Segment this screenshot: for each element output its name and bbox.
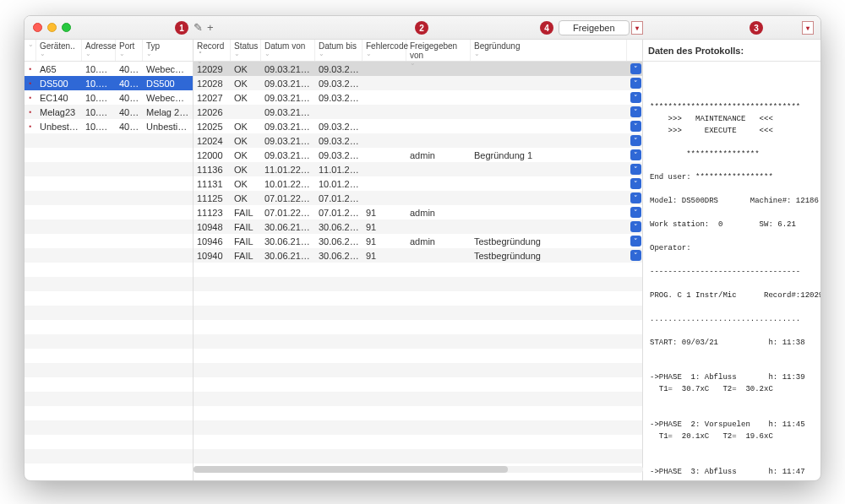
empty-row (25, 234, 193, 248)
col-errorcode[interactable]: Fehlercode⌄ (363, 40, 406, 61)
record-expand[interactable]: ˅ (627, 221, 642, 233)
release-button[interactable]: Freigeben (559, 20, 630, 35)
record-row[interactable]: 12024OK09.03.21, 1...09.03.21...˅ (194, 133, 642, 148)
record-expand[interactable]: ˅ (627, 121, 642, 133)
chevron-down-icon[interactable]: ˅ (630, 250, 641, 261)
record-row[interactable]: 10940FAIL30.06.21, 1...30.06.21...91Test… (194, 248, 642, 263)
pdf-export-icon[interactable]: ▾ (631, 21, 643, 35)
device-port: 4001 (116, 79, 143, 89)
record-released-by: admin (406, 236, 471, 247)
record-expand[interactable]: ˅ (627, 250, 642, 262)
record-row[interactable]: 10948FAIL30.06.21, 1...30.06.21...91˅ (194, 219, 642, 234)
chevron-down-icon[interactable]: ˅ (630, 92, 641, 103)
record-expand[interactable]: ˅ (627, 78, 642, 89)
record-row[interactable]: 11136OK11.01.22, 17...11.01.22,...˅ (194, 162, 642, 176)
chevron-down-icon[interactable]: ˅ (630, 236, 641, 247)
col-address[interactable]: Adresse⌄ (82, 40, 116, 61)
device-address: 10.10... (82, 79, 116, 89)
col-status[interactable]: Status⌄ (231, 40, 261, 61)
pdf-export-icon-right[interactable]: ▾ (802, 21, 814, 35)
record-expand[interactable]: ˅ (627, 63, 642, 75)
record-row[interactable]: 1202609.03.21, 1...˅ (194, 105, 642, 119)
record-row[interactable]: 11125OK07.01.22, 1...07.01.22...˅ (194, 191, 642, 205)
device-row[interactable]: ▪Melag2310.10...4005Melag 23/24 (25, 105, 193, 119)
chevron-down-icon[interactable]: ˅ (630, 149, 641, 160)
record-status: FAIL (231, 222, 261, 232)
record-row[interactable]: 10946FAIL30.06.21, 1...30.06.21...91admi… (194, 234, 642, 248)
minimize-icon[interactable] (47, 23, 57, 32)
col-record[interactable]: Record˅⌄ (194, 40, 231, 61)
titlebar: 1 ✎ + 2 4 Freigeben ▾ 3 ▾ (25, 16, 820, 40)
record-row[interactable]: 12028OK09.03.21, 1...09.03.21...˅ (194, 76, 642, 90)
record-date-to: 07.01.22... (315, 208, 363, 218)
close-icon[interactable] (33, 23, 42, 32)
device-row[interactable]: ▪Unbesti...10.10...4006Unbestimmt (25, 119, 193, 133)
record-expand[interactable]: ˅ (627, 207, 642, 219)
record-expand[interactable]: ˅ (627, 92, 642, 104)
device-name: EC140 (36, 93, 82, 103)
col-device[interactable]: Geräten..⌄ (36, 40, 82, 61)
record-expand[interactable]: ˅ (627, 164, 642, 176)
device-list[interactable]: ▪A6510.10...4004Webeco A65▪DS50010.10...… (25, 62, 193, 480)
record-id: 12029 (194, 64, 231, 74)
chevron-down-icon[interactable]: ˅ (630, 63, 641, 74)
chevron-down-icon[interactable]: ˅ (630, 178, 641, 189)
record-row[interactable]: 12027OK09.03.21, 1...09.03.21...˅ (194, 90, 642, 105)
edit-icon[interactable]: ✎ (194, 21, 203, 34)
record-expand[interactable]: ˅ (627, 149, 642, 161)
device-status-icon: ▪ (25, 94, 36, 101)
record-expand[interactable]: ˅ (627, 192, 642, 204)
empty-row (194, 291, 642, 306)
record-expand[interactable]: ˅ (627, 236, 642, 247)
record-row[interactable]: 11131OK10.01.22, 1...10.01.22...˅ (194, 176, 642, 191)
record-row[interactable]: 12000OK09.03.21, 1...09.03.21...adminBeg… (194, 148, 642, 162)
chevron-down-icon[interactable]: ˅ (630, 192, 641, 203)
record-id: 12025 (194, 122, 231, 132)
record-id: 12027 (194, 93, 231, 103)
device-row[interactable]: ▪DS50010.10...4001DS500 (25, 76, 193, 90)
record-date-from: 09.03.21, 1... (261, 64, 315, 74)
col-type[interactable]: Typ⌄ (143, 40, 193, 61)
protocol-text[interactable]: ********************************* >>> MA… (643, 62, 820, 480)
device-row[interactable]: ▪A6510.10...4004Webeco A65 (25, 62, 193, 76)
chevron-down-icon[interactable]: ˅ (630, 78, 641, 89)
col-port[interactable]: Port⌄ (116, 40, 143, 61)
record-expand[interactable]: ˅ (627, 178, 642, 190)
horizontal-scrollbar[interactable] (194, 465, 643, 474)
chevron-down-icon[interactable]: ˅ (630, 164, 641, 175)
empty-row (194, 420, 642, 435)
col-date-from[interactable]: Datum von⌄ (261, 40, 315, 61)
record-row[interactable]: 11123FAIL07.01.22, 1...07.01.22...91admi… (194, 205, 642, 219)
record-id: 10946 (194, 236, 231, 247)
col-released-by[interactable]: Freigegeben von⌄ (406, 40, 471, 61)
record-id: 12024 (194, 136, 231, 146)
record-date-to: 09.03.21... (315, 122, 363, 132)
empty-row (194, 263, 642, 277)
zoom-icon[interactable] (62, 23, 71, 32)
device-type: Melag 23/24 (143, 107, 193, 117)
chevron-down-icon[interactable]: ˅ (630, 221, 641, 232)
chevron-down-icon[interactable]: ˅ (630, 135, 641, 146)
add-icon[interactable]: + (207, 21, 214, 34)
record-reason: Testbegründung (471, 251, 627, 261)
empty-row (25, 162, 193, 176)
col-icon[interactable]: ⌄ (25, 40, 36, 61)
device-type: DS500 (143, 79, 193, 89)
empty-row (25, 133, 193, 148)
chevron-down-icon[interactable]: ˅ (630, 121, 641, 132)
record-errorcode: 91 (363, 208, 406, 218)
record-date-from: 30.06.21, 1... (261, 236, 315, 247)
device-row[interactable]: ▪EC14010.10...4003Webeco EC140 (25, 90, 193, 105)
chevron-down-icon[interactable]: ˅ (630, 207, 641, 218)
record-date-from: 10.01.22, 1... (261, 179, 315, 189)
record-date-from: 07.01.22, 1... (261, 208, 315, 218)
col-date-to[interactable]: Datum bis⌄ (315, 40, 363, 61)
record-expand[interactable]: ˅ (627, 135, 642, 147)
records-list[interactable]: 12029OK09.03.21, 1...09.03.21...˅12028OK… (194, 62, 642, 480)
record-errorcode: 91 (363, 251, 406, 261)
record-row[interactable]: 12025OK09.03.21, 1...09.03.21...˅ (194, 119, 642, 133)
chevron-down-icon[interactable]: ˅ (630, 106, 641, 117)
record-expand[interactable]: ˅ (627, 106, 642, 118)
col-reason[interactable]: Begründung⌄ (471, 40, 627, 61)
empty-row (25, 306, 193, 320)
